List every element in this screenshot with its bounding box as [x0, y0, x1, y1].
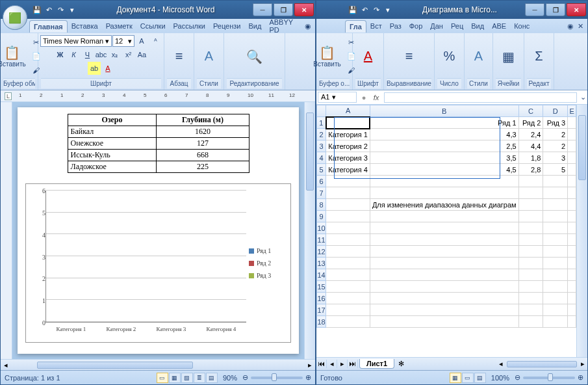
cell-C11[interactable]: [518, 234, 543, 246]
cell-B16[interactable]: [370, 293, 518, 304]
document-page[interactable]: ОзероГлубина (м) Байкал1620 Онежское127 …: [18, 107, 299, 354]
cell-E12[interactable]: [568, 246, 576, 258]
row-header[interactable]: 12: [317, 246, 326, 258]
cell-E3[interactable]: [568, 140, 576, 152]
cell-A11[interactable]: [326, 234, 370, 246]
cell-B13[interactable]: [370, 258, 518, 269]
cell-C2[interactable]: 2,4: [518, 129, 543, 140]
zoom-in-button[interactable]: ⊕: [578, 373, 583, 382]
tab-view[interactable]: Вид: [467, 20, 488, 32]
view-print-layout-icon[interactable]: ▭: [157, 373, 168, 383]
cell-B18[interactable]: [370, 316, 518, 328]
cell-A16[interactable]: [326, 293, 370, 304]
cell-A6[interactable]: [326, 176, 370, 187]
first-sheet-icon[interactable]: ⏮: [316, 360, 327, 368]
styles-button[interactable]: A: [468, 47, 489, 66]
column-header[interactable]: B: [370, 105, 518, 117]
cell-B9[interactable]: [370, 211, 518, 222]
cell-A7[interactable]: [326, 187, 370, 199]
cell-B15[interactable]: [370, 281, 518, 293]
row-header[interactable]: 16: [317, 293, 326, 304]
cell-E10[interactable]: [568, 222, 576, 234]
cell-C5[interactable]: 2,8: [518, 164, 543, 176]
tab-layout[interactable]: Раз: [386, 20, 405, 32]
legend-item[interactable]: Ряд 2: [249, 259, 288, 267]
cell-B12[interactable]: [370, 246, 518, 258]
cell-E15[interactable]: [568, 281, 576, 293]
cell-E9[interactable]: [568, 211, 576, 222]
cell-C15[interactable]: [518, 281, 543, 293]
cell-D18[interactable]: [543, 316, 568, 328]
row-header[interactable]: 18: [317, 316, 326, 328]
cell-A1[interactable]: [326, 117, 370, 129]
table-cell[interactable]: Байкал: [68, 126, 157, 138]
spreadsheet-grid[interactable]: ABCDE1Ряд 1Ряд 2Ряд 32Категория 14,32,42…: [316, 105, 576, 328]
column-header[interactable]: E: [568, 105, 576, 117]
cell-C10[interactable]: [518, 222, 543, 234]
vertical-ruler[interactable]: [1, 102, 12, 359]
cell-D5[interactable]: 5: [543, 164, 568, 176]
cell-B2[interactable]: 4,3: [370, 129, 518, 140]
row-header[interactable]: 5: [317, 164, 326, 176]
cell-A9[interactable]: [326, 211, 370, 222]
formula-input[interactable]: [384, 92, 577, 103]
tab-review[interactable]: Рецензи: [209, 20, 245, 32]
cell-E4[interactable]: [568, 152, 576, 164]
zoom-slider[interactable]: [523, 377, 575, 379]
name-box[interactable]: A1 ▾: [318, 92, 357, 103]
cell-C17[interactable]: [518, 304, 543, 316]
cell-D4[interactable]: 3: [543, 152, 568, 164]
table-cell[interactable]: 127: [157, 138, 249, 150]
subscript-button[interactable]: x₂: [109, 48, 121, 61]
cell-A3[interactable]: Категория 2: [326, 140, 370, 152]
cell-E13[interactable]: [568, 258, 576, 269]
cell-B1[interactable]: Ряд 1: [370, 117, 518, 129]
cell-E8[interactable]: [568, 199, 576, 211]
cell-B10[interactable]: [370, 222, 518, 234]
tab-design[interactable]: Конс: [510, 20, 533, 32]
expand-formula-icon[interactable]: ⌄: [578, 93, 587, 101]
row-header[interactable]: 8: [317, 199, 326, 211]
row-header[interactable]: 13: [317, 258, 326, 269]
cell-E17[interactable]: [568, 304, 576, 316]
cell-A13[interactable]: [326, 258, 370, 269]
next-sheet-icon[interactable]: ▸: [337, 360, 348, 368]
cell-B6[interactable]: [370, 176, 518, 187]
cell-D9[interactable]: [543, 211, 568, 222]
cell-E6[interactable]: [568, 176, 576, 187]
minimize-button[interactable]: ─: [253, 3, 272, 16]
cell-B14[interactable]: [370, 269, 518, 281]
cell-A8[interactable]: [326, 199, 370, 211]
number-button[interactable]: %: [439, 47, 460, 66]
styles-button[interactable]: A: [199, 47, 220, 66]
zoom-slider[interactable]: [251, 377, 303, 379]
view-draft-icon[interactable]: ▤: [206, 373, 218, 383]
cell-A18[interactable]: [326, 316, 370, 328]
change-case-icon[interactable]: Aa: [136, 48, 149, 61]
cell-D8[interactable]: [543, 199, 568, 211]
table-cell[interactable]: Ладожское: [68, 161, 157, 173]
cell-E14[interactable]: [568, 269, 576, 281]
font-color-icon[interactable]: A: [101, 62, 114, 75]
row-header[interactable]: 7: [317, 187, 326, 199]
view-page-layout-icon[interactable]: ▭: [462, 373, 474, 383]
cell-A15[interactable]: [326, 281, 370, 293]
table-cell[interactable]: 1620: [157, 126, 249, 138]
qat-redo-icon[interactable]: ↷: [55, 5, 66, 15]
cell-C9[interactable]: [518, 211, 543, 222]
cell-C8[interactable]: [518, 199, 543, 211]
shrink-font-icon[interactable]: ᴬ: [149, 34, 162, 47]
row-header[interactable]: 15: [317, 281, 326, 293]
horizontal-scrollbar[interactable]: ◂ ▸: [1, 359, 315, 370]
cell-D14[interactable]: [543, 269, 568, 281]
cell-B3[interactable]: 2,5: [370, 140, 518, 152]
editing-button[interactable]: 🔍: [244, 47, 265, 66]
child-close-icon[interactable]: ✕: [578, 22, 583, 31]
cancel-icon[interactable]: ●: [358, 94, 370, 101]
cell-C1[interactable]: Ряд 2: [518, 117, 543, 129]
font-size-combo[interactable]: 12▾: [112, 35, 134, 47]
cell-A4[interactable]: Категория 3: [326, 152, 370, 164]
last-sheet-icon[interactable]: ⏭: [348, 360, 358, 368]
cell-D17[interactable]: [543, 304, 568, 316]
row-header[interactable]: 10: [317, 222, 326, 234]
